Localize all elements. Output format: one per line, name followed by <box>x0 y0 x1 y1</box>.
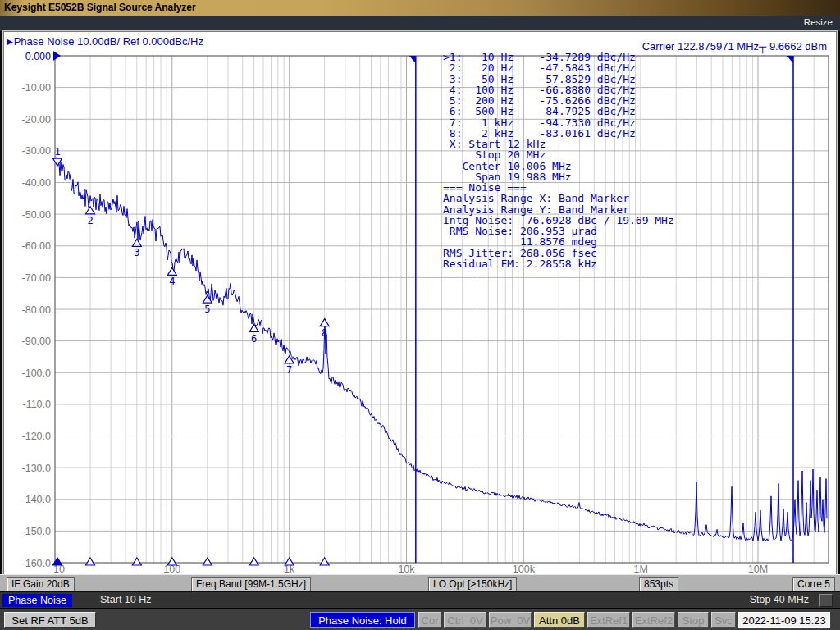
readout-line: === Noise === <box>443 182 674 193</box>
readout-line: 7: 1 kHz -94.7330 dBc/Hz <box>443 117 674 128</box>
marker-noise-readout: >1: 10 Hz -34.7289 dBc/Hz 2: 20 Hz -47.5… <box>443 52 674 269</box>
sweep-stop-label: Stop 40 MHz <box>750 592 809 608</box>
window-title: Keysight E5052B Signal Source Analyzer <box>4 2 196 13</box>
ctrl-voltage-button: Ctrl 0V <box>444 612 486 628</box>
if-gain-button[interactable]: IF Gain 20dB <box>7 577 75 591</box>
readout-line: Center 10.006 MHz <box>443 161 674 171</box>
points-button[interactable]: 853pts <box>639 577 678 591</box>
measurement-status-bar: Phase Noise Start 10 Hz Stop 40 MHz <box>0 591 840 608</box>
svc-button: Svc <box>711 612 736 628</box>
extref1-button: ExtRef1 <box>587 612 630 628</box>
readout-line: Intg Noise: -76.6928 dBc / 19.69 MHz <box>443 215 674 226</box>
readout-line: Analysis Range X: Band Marker <box>443 193 674 203</box>
instrument-bottom-bar: Set RF ATT 5dBPhase Noise: HoldCorCtrl 0… <box>0 608 840 630</box>
attn-button[interactable]: Attn 0dB <box>534 612 585 628</box>
plot-window <box>3 31 837 576</box>
trace-scale-label: Phase Noise 10.00dB/ Ref 0.000dBc/Hz <box>14 35 203 48</box>
readout-line: 4: 100 Hz -66.8880 dBc/Hz <box>443 84 674 95</box>
correction-button[interactable]: Corre 5 <box>792 577 835 591</box>
readout-line: Span 19.988 MHz <box>443 171 674 182</box>
readout-line: X: Start 12 kHz <box>443 139 674 149</box>
set-rf-att-button[interactable]: Set RF ATT 5dB <box>4 612 96 628</box>
readout-line: 6: 500 Hz -84.7925 dBc/Hz <box>443 106 674 116</box>
stop-button: Stop <box>678 612 709 628</box>
window-titlebar: Keysight E5052B Signal Source Analyzer <box>0 0 840 16</box>
readout-line: RMS Jitter: 268.056 fsec <box>443 248 674 258</box>
readout-line: 2: 20 Hz -47.5843 dBc/Hz <box>443 62 674 73</box>
phase-noise-hold-button[interactable]: Phase Noise: Hold <box>310 612 415 628</box>
readout-line: 8: 2 kHz -83.0161 dBc/Hz <box>443 128 674 139</box>
readout-line: Stop 20 MHz <box>443 149 674 160</box>
trace-arrow-icon: ▶ <box>7 37 13 46</box>
datetime-display: 2022-11-09 15:23 <box>738 612 830 628</box>
menubar: Resize <box>0 16 840 31</box>
readout-line: RMS Noise: 206.953 µrad <box>443 226 674 236</box>
hardware-status-bar: IF Gain 20dB Freq Band [99M-1.5GHz] LO O… <box>0 574 840 591</box>
lo-opt-button[interactable]: LO Opt [>150kHz] <box>428 577 517 591</box>
readout-line: >1: 10 Hz -34.7289 dBc/Hz <box>443 52 674 62</box>
readout-line: 11.8576 mdeg <box>443 236 674 247</box>
cor-button: Cor <box>418 612 441 628</box>
trace-header: ▶Phase Noise 10.00dB/ Ref 0.000dBc/Hz <box>7 35 203 48</box>
readout-line: Residual FM: 2.28558 kHz <box>443 258 674 269</box>
instrument-screen: Keysight E5052B Signal Source Analyzer R… <box>0 0 840 630</box>
readout-line: Analysis Range Y: Band Marker <box>443 204 674 215</box>
power-voltage-button: Pow 0V <box>489 612 532 628</box>
corner-box-button[interactable] <box>819 594 833 607</box>
sweep-start-label: Start 10 Hz <box>100 592 152 608</box>
readout-line: 3: 50 Hz -57.8529 dBc/Hz <box>443 74 674 84</box>
freq-band-button[interactable]: Freq Band [99M-1.5GHz] <box>191 577 311 591</box>
phase-noise-tab[interactable]: Phase Noise <box>2 594 72 607</box>
resize-button[interactable]: Resize <box>804 17 833 27</box>
readout-line: 5: 200 Hz -75.6266 dBc/Hz <box>443 95 674 106</box>
extref2-button: ExtRef2 <box>632 612 675 628</box>
